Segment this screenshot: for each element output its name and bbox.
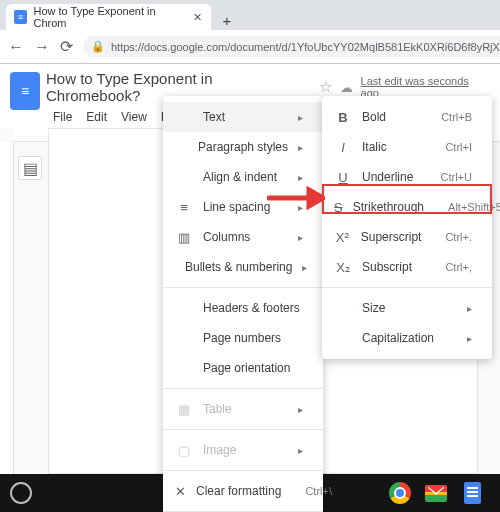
text-superscript[interactable]: X²SuperscriptCtrl+.: [322, 222, 492, 252]
format-page-orientation[interactable]: Page orientation: [163, 353, 323, 383]
format-text[interactable]: Text▸: [163, 102, 323, 132]
lock-icon: 🔒: [91, 40, 105, 53]
table-icon: ▦: [175, 402, 193, 417]
reload-icon[interactable]: ⟳: [60, 39, 73, 55]
text-size[interactable]: Size▸: [322, 293, 492, 323]
launcher-icon[interactable]: [10, 482, 32, 504]
text-capitalization[interactable]: Capitalization▸: [322, 323, 492, 353]
cloud-status-icon[interactable]: ☁: [340, 80, 353, 95]
format-bullets-numbering[interactable]: Bullets & numbering▸: [163, 252, 323, 282]
docs-favicon-icon: ≡: [14, 10, 27, 24]
star-icon[interactable]: ☆: [319, 78, 332, 96]
back-icon[interactable]: ←: [8, 39, 24, 55]
tab-title: How to Type Exponent in Chrom: [33, 5, 185, 29]
text-submenu: BBoldCtrl+B IItalicCtrl+I UUnderlineCtrl…: [322, 96, 492, 359]
clear-icon: ✕: [175, 484, 186, 499]
format-columns[interactable]: ▥Columns▸: [163, 222, 323, 252]
docs-app-icon[interactable]: [460, 481, 484, 505]
underline-icon: U: [334, 170, 352, 185]
url-text: https://docs.google.com/document/d/1YfoU…: [111, 41, 500, 53]
address-bar: ← → ⟳ 🔒 https://docs.google.com/document…: [0, 30, 500, 63]
docs-logo-icon[interactable]: ≡: [10, 72, 40, 110]
gmail-app-icon[interactable]: [424, 481, 448, 505]
text-subscript[interactable]: X₂SubscriptCtrl+,: [322, 252, 492, 282]
bold-icon: B: [334, 110, 352, 125]
line-spacing-icon: ≡: [175, 200, 193, 215]
text-underline[interactable]: UUnderlineCtrl+U: [322, 162, 492, 192]
browser-tab[interactable]: ≡ How to Type Exponent in Chrom ✕: [6, 4, 211, 30]
columns-icon: ▥: [175, 230, 193, 245]
omnibox[interactable]: 🔒 https://docs.google.com/document/d/1Yf…: [83, 36, 500, 57]
text-bold[interactable]: BBoldCtrl+B: [322, 102, 492, 132]
format-dropdown: Text▸ Paragraph styles▸ Align & indent▸ …: [163, 96, 323, 512]
format-clear-formatting[interactable]: ✕Clear formattingCtrl+\: [163, 476, 323, 506]
superscript-icon: X²: [334, 230, 351, 245]
outline-toggle-icon[interactable]: ▤: [18, 156, 42, 180]
chrome-app-icon[interactable]: [388, 481, 412, 505]
new-tab-button[interactable]: +: [217, 10, 237, 30]
format-paragraph-styles[interactable]: Paragraph styles▸: [163, 132, 323, 162]
format-image: ▢Image▸: [163, 435, 323, 465]
subscript-icon: X₂: [334, 260, 352, 275]
strike-icon: S: [334, 200, 343, 215]
tab-close-icon[interactable]: ✕: [191, 11, 203, 23]
tab-strip: ≡ How to Type Exponent in Chrom ✕ +: [0, 0, 500, 30]
format-align-indent[interactable]: Align & indent▸: [163, 162, 323, 192]
format-page-numbers[interactable]: Page numbers: [163, 323, 323, 353]
text-strikethrough[interactable]: SStrikethroughAlt+Shift+5: [322, 192, 492, 222]
italic-icon: I: [334, 140, 352, 155]
format-headers-footers[interactable]: Headers & footers: [163, 293, 323, 323]
text-italic[interactable]: IItalicCtrl+I: [322, 132, 492, 162]
forward-icon[interactable]: →: [34, 39, 50, 55]
browser-chrome: ≡ How to Type Exponent in Chrom ✕ + ← → …: [0, 0, 500, 64]
format-table: ▦Table▸: [163, 394, 323, 424]
format-line-spacing[interactable]: ≡Line spacing▸: [163, 192, 323, 222]
ruler-vertical: [0, 142, 14, 474]
image-icon: ▢: [175, 443, 193, 458]
